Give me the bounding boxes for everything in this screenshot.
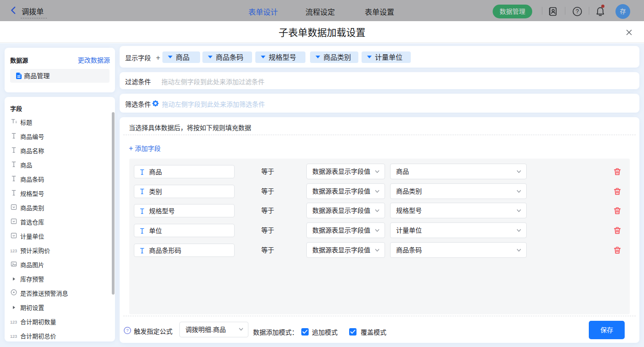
svg-text:123: 123 [10,334,17,339]
svg-text:?: ? [576,8,579,15]
svg-text:123: 123 [10,320,17,324]
svg-text:?: ? [126,328,128,333]
svg-text:123: 123 [10,249,17,253]
